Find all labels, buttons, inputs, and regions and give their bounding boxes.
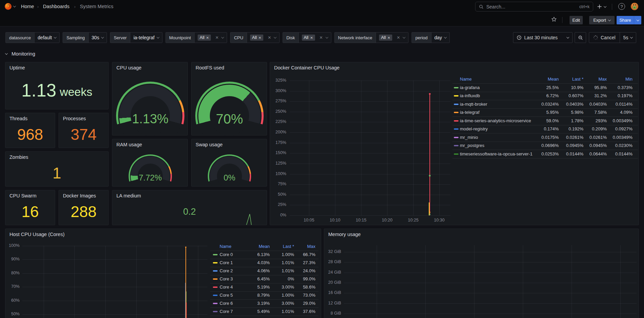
variable-value-dropdown[interactable]: default: [35, 33, 59, 43]
avatar[interactable]: [631, 3, 638, 10]
panel-threads[interactable]: Threads 968: [5, 113, 55, 148]
panel-processes[interactable]: Processes 374: [59, 113, 109, 148]
variable-value-dropdown[interactable]: ia-telegraf: [130, 33, 162, 43]
variable-value-dropdown[interactable]: All✕✕: [299, 33, 331, 43]
share-button[interactable]: Share: [617, 16, 634, 24]
legend-value: 0.197%: [602, 93, 632, 98]
legend-series-name[interactable]: ia-grafana: [460, 85, 480, 90]
x-axis-label: 10:05: [299, 218, 319, 222]
clear-all-icon[interactable]: ✕: [397, 35, 400, 40]
legend-series-swatch: [213, 262, 218, 263]
y-axis-label: 225%: [270, 119, 286, 124]
legend-header-max[interactable]: Max: [285, 244, 315, 249]
legend-series-name[interactable]: mr_minio: [460, 135, 478, 140]
star-icon[interactable]: [551, 16, 557, 22]
edit-button[interactable]: Edit: [570, 16, 583, 24]
legend-series-name[interactable]: Core 7: [220, 309, 233, 314]
template-variables-bar: datasourcedefaultSampling30sServeria-tel…: [5, 32, 450, 43]
gridline: [439, 81, 440, 215]
grafana-logo[interactable]: [4, 3, 12, 10]
help-icon[interactable]: ?: [618, 3, 625, 10]
gridline: [290, 101, 450, 102]
plus-icon: [597, 4, 602, 9]
legend-series-name[interactable]: ia-telegraf: [460, 110, 480, 115]
panel-cpu-swarm[interactable]: CPU Swarm 16: [5, 190, 55, 225]
selected-value-chip[interactable]: All✕: [379, 35, 392, 41]
legend-value: 0.0927%: [602, 126, 632, 131]
y-axis-label: 100%: [270, 171, 286, 176]
export-button[interactable]: Export: [589, 16, 615, 24]
panel-docker-images[interactable]: Docker Images 288: [59, 190, 109, 225]
time-range-label: Last 30 minutes: [524, 35, 558, 40]
panel-docker-container-cpu-usage[interactable]: Docker Container CPU Usage 0%25%50%75%10…: [270, 62, 639, 225]
legend-series-name[interactable]: model-registry: [460, 126, 488, 131]
cancel-label: Cancel: [601, 35, 616, 40]
legend-series-name[interactable]: ia-mqtt-broker: [460, 102, 487, 107]
variable-sampling: Sampling30s: [63, 32, 107, 43]
search-input[interactable]: Search... ctrl+k: [475, 2, 593, 12]
legend-header-name[interactable]: Name: [220, 244, 231, 249]
chevron-down-icon: [608, 18, 611, 21]
legend-series-name[interactable]: ia-influxdb: [460, 93, 480, 98]
chevron-down-icon: [636, 18, 639, 21]
legend-separator: [210, 267, 318, 267]
gridline: [572, 245, 572, 318]
remove-value-icon[interactable]: ✕: [259, 36, 261, 40]
share-menu-button[interactable]: [634, 16, 641, 24]
legend-header-name[interactable]: Name: [460, 77, 472, 82]
legend-series-name[interactable]: mr_postgres: [460, 143, 484, 148]
clear-all-icon[interactable]: ✕: [319, 35, 323, 40]
legend-series-name[interactable]: ia-time-series-analytics-microservice: [460, 118, 531, 123]
remove-value-icon[interactable]: ✕: [310, 36, 313, 40]
legend-series-name[interactable]: Core 6: [220, 301, 233, 306]
panel-cpu-usage[interactable]: CPU usage 1.13%: [112, 62, 188, 135]
y-axis-label: 20 GiB: [324, 280, 341, 285]
selected-value-chip[interactable]: All✕: [250, 35, 263, 41]
remove-value-icon[interactable]: ✕: [387, 36, 390, 40]
row-monitoring[interactable]: Monitoring: [5, 51, 35, 57]
legend-series-name[interactable]: Core 3: [220, 276, 233, 281]
legend-value: 37.6%: [285, 309, 315, 314]
variable-value-dropdown[interactable]: All✕✕: [376, 33, 408, 43]
gridline: [22, 259, 207, 260]
variable-value-dropdown[interactable]: 30s: [89, 33, 107, 43]
panel-memory-usage[interactable]: Memory usage 8 GiB12 GiB16 GiB20 GiB24 G…: [324, 229, 639, 318]
legend-separator: [452, 108, 638, 109]
clear-all-icon[interactable]: ✕: [268, 35, 271, 40]
legend-series-name[interactable]: Core 2: [220, 268, 233, 273]
org-switcher-chevron[interactable]: [13, 4, 16, 7]
legend-series-name[interactable]: Core 4: [220, 284, 233, 290]
legend-series-name[interactable]: Core 0: [220, 252, 233, 257]
clear-all-icon[interactable]: ✕: [215, 35, 219, 40]
legend-header-min[interactable]: Min: [602, 77, 632, 82]
panel-host-cpu-usage[interactable]: Host CPU Usage (Cores) 50%60%70%80%90%10…: [5, 229, 321, 318]
variable-value-dropdown[interactable]: day: [431, 33, 450, 43]
variable-value-dropdown[interactable]: All✕✕: [247, 33, 279, 43]
legend-series-name[interactable]: Core 5: [220, 293, 233, 298]
gridline: [105, 246, 106, 318]
zoom-out-button[interactable]: [575, 32, 586, 43]
panel-title: Swap usage: [196, 142, 223, 147]
remove-value-icon[interactable]: ✕: [206, 36, 209, 40]
refresh-interval-dropdown[interactable]: 5s: [620, 35, 636, 40]
legend-series-name[interactable]: timeseriessoftware-ia-opcua-server-1: [460, 151, 533, 156]
time-range-picker[interactable]: Last 30 minutes: [513, 32, 573, 43]
selected-value-chip[interactable]: All✕: [302, 35, 315, 41]
panel-swap-usage[interactable]: Swap usage 0%: [191, 139, 267, 187]
panel-uptime[interactable]: Uptime 1.13 weeks: [5, 62, 109, 109]
panel-zombies[interactable]: Zombies 1: [5, 151, 109, 187]
legend-separator: [210, 308, 318, 308]
selected-value-chip[interactable]: All✕: [198, 35, 211, 41]
breadcrumb-home[interactable]: Home: [21, 4, 34, 9]
breadcrumb-dashboards[interactable]: Dashboards: [43, 4, 69, 9]
gauge-value: 70%: [216, 112, 243, 126]
legend-series-swatch: [454, 137, 459, 138]
legend-series-name[interactable]: Core 1: [220, 260, 233, 265]
variable-value-dropdown[interactable]: All✕✕: [195, 33, 227, 43]
panel-ram-usage[interactable]: RAM usage 7.72%: [112, 139, 188, 187]
cancel-refresh-button[interactable]: Cancel: [589, 35, 620, 40]
panel-la-medium[interactable]: LA medium 0.2: [112, 190, 267, 225]
variable-mountpoint: MountpointAll✕✕: [165, 32, 227, 43]
panel-rootfs-used[interactable]: RootFS used 70%: [191, 62, 267, 135]
add-new-button[interactable]: [597, 4, 606, 9]
